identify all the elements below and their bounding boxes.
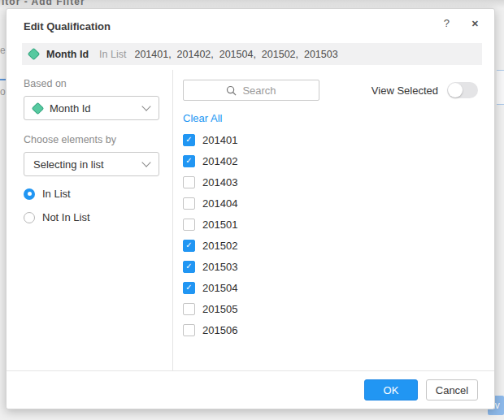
cancel-button[interactable]: Cancel (426, 379, 478, 401)
background-text-fragment: o (0, 86, 6, 96)
checkbox-checked[interactable]: ✓ (183, 261, 195, 273)
edit-qualification-dialog: Edit Qualification ? ✕ Month Id In List … (6, 8, 495, 409)
checkbox-unchecked[interactable] (183, 219, 195, 231)
dialog-body: Based on Month Id Choose elements by Sel… (7, 70, 494, 370)
checkbox-checked[interactable]: ✓ (183, 134, 195, 146)
background-text-fragment: e (0, 45, 6, 54)
toggle-knob (448, 83, 463, 97)
list-item[interactable]: 201501 (183, 214, 478, 235)
radio-option-not-in-list[interactable]: Not In List (24, 211, 172, 223)
radio-icon[interactable] (24, 188, 35, 200)
search-input[interactable]: Search (183, 80, 319, 101)
list-item[interactable]: 201404 (183, 193, 478, 214)
choose-elements-by-label: Choose elements by (24, 134, 172, 145)
checkbox-unchecked[interactable] (183, 324, 195, 336)
clear-all-link[interactable]: Clear All (183, 112, 232, 124)
list-item[interactable]: ✓201502 (183, 235, 478, 256)
list-item-label: 201401 (202, 134, 237, 146)
list-item-label: 201403 (202, 176, 237, 188)
based-on-label: Based on (24, 78, 172, 89)
checkbox-unchecked[interactable] (183, 176, 195, 188)
chevron-down-icon (141, 158, 150, 167)
based-on-value: Month Id (50, 102, 91, 115)
attribute-diamond-icon (28, 48, 41, 61)
right-panel: Search View Selected Clear All ✓201401✓2… (172, 70, 494, 370)
close-icon[interactable]: ✕ (471, 18, 479, 29)
view-selected-group: View Selected (371, 82, 478, 98)
background-line (497, 104, 504, 105)
search-row: Search View Selected (183, 80, 478, 101)
list-item[interactable]: 201506 (183, 319, 478, 340)
choose-elements-by-value: Selecting in list (33, 158, 104, 171)
checkbox-unchecked[interactable] (183, 197, 195, 210)
element-list: ✓201401✓201402201403201404201501✓201502✓… (183, 129, 478, 340)
list-item-label: 201402 (202, 155, 237, 167)
choose-elements-by-dropdown[interactable]: Selecting in list (24, 152, 159, 176)
list-item[interactable]: 201403 (183, 171, 478, 193)
background-panel-fragment (497, 70, 504, 105)
list-item-label: 201501 (202, 219, 237, 231)
dialog-title: Edit Qualification (24, 20, 111, 32)
chevron-down-icon (141, 102, 150, 110)
summary-values: 201401, 201402, 201504, 201502, 201503 (134, 49, 337, 60)
qualification-summary-bar: Month Id In List 201401, 201402, 201504,… (22, 43, 482, 65)
list-item[interactable]: ✓201402 (183, 150, 478, 171)
list-item-label: 201404 (202, 197, 237, 210)
search-icon (226, 85, 237, 96)
list-item-label: 201506 (202, 324, 237, 336)
based-on-dropdown[interactable]: Month Id (24, 96, 159, 120)
list-item-label: 201505 (202, 303, 237, 315)
view-selected-toggle[interactable] (447, 82, 478, 98)
background-breadcrumb-fragment: itor - Add Filter (0, 0, 154, 6)
list-item[interactable]: ✓201401 (183, 129, 478, 150)
summary-attribute-name: Month Id (46, 49, 89, 60)
ok-button[interactable]: OK (364, 379, 418, 401)
radio-label: In List (42, 188, 71, 200)
summary-operator: In List (99, 49, 126, 60)
checkbox-checked[interactable]: ✓ (183, 240, 195, 252)
radio-label: Not In List (42, 211, 90, 223)
left-panel: Based on Month Id Choose elements by Sel… (7, 70, 172, 370)
list-item-label: 201502 (202, 240, 237, 252)
background-tab-underline (0, 79, 6, 80)
help-icon[interactable]: ? (444, 18, 450, 29)
dialog-header: Edit Qualification ? ✕ (7, 9, 494, 38)
radio-group: In ListNot In List (24, 188, 172, 223)
search-placeholder: Search (242, 84, 276, 97)
list-item[interactable]: ✓201504 (183, 277, 478, 298)
dialog-footer: OK Cancel (7, 370, 494, 409)
radio-icon[interactable] (24, 212, 35, 223)
checkbox-unchecked[interactable] (183, 303, 195, 315)
radio-option-in-list[interactable]: In List (24, 188, 172, 200)
list-item[interactable]: 201505 (183, 298, 478, 319)
list-item-label: 201503 (202, 261, 237, 273)
checkbox-checked[interactable]: ✓ (183, 282, 195, 294)
list-item-label: 201504 (202, 282, 237, 294)
checkbox-checked[interactable]: ✓ (183, 155, 195, 167)
view-selected-label: View Selected (371, 84, 438, 97)
attribute-diamond-icon (32, 102, 45, 115)
list-item[interactable]: ✓201503 (183, 256, 478, 277)
background-line (497, 70, 504, 71)
